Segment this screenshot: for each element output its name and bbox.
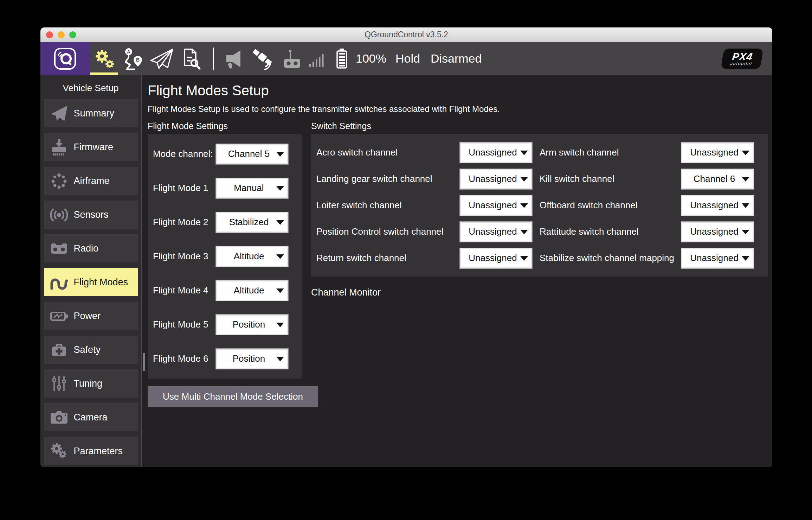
switch-channel-dropdown-right[interactable]: Unassigned: [681, 221, 754, 242]
chevron-down-icon: [742, 230, 749, 234]
svg-text:A: A: [127, 49, 130, 55]
px4-logo-text: PX4: [732, 51, 753, 62]
sidebar-item-label: Safety: [74, 344, 101, 355]
row-label: Flight Mode 4: [148, 285, 215, 296]
switch-channel-dropdown-right[interactable]: Unassigned: [681, 142, 754, 163]
px4-logo-subtext: autopilot: [730, 61, 753, 66]
switch-row-label-left: Return switch channel: [316, 253, 459, 264]
sidebar-item-firmware[interactable]: Firmware: [44, 133, 138, 161]
chevron-down-icon: [276, 152, 284, 157]
switch-channel-dropdown-right[interactable]: Channel 6: [681, 169, 754, 190]
channel-monitor-heading: Channel Monitor: [311, 287, 768, 298]
page-title: Flight Modes Setup: [148, 83, 772, 99]
chevron-down-icon: [520, 203, 528, 208]
use-multi-channel-mode-selection-button[interactable]: Use Multi Channel Mode Selection: [148, 386, 318, 407]
sidebar-item-power[interactable]: Power: [44, 302, 138, 330]
sidebar-item-label: Camera: [74, 412, 108, 423]
camera-icon: [49, 407, 69, 427]
switch-channel-dropdown-left[interactable]: Unassigned: [459, 142, 533, 163]
sidebar-item-tuning[interactable]: Tuning: [44, 369, 138, 398]
flight-mode-dropdown[interactable]: Altitude: [215, 246, 289, 267]
battery-percent[interactable]: 100%: [356, 52, 386, 65]
row-label: Flight Mode 6: [148, 353, 215, 364]
battery-bolt-icon: [49, 306, 69, 326]
active-tab-indicator: [90, 72, 118, 75]
row-label: Flight Mode 1: [148, 183, 215, 194]
first-aid-kit-icon: [49, 340, 69, 360]
switch-channel-dropdown-left[interactable]: Unassigned: [459, 169, 533, 190]
switch-row-label-left: Loiter switch channel: [316, 200, 459, 211]
sidebar-item-sensors[interactable]: Sensors: [44, 201, 138, 229]
sidebar-item-label: Parameters: [74, 446, 123, 457]
chevron-down-icon: [520, 256, 528, 261]
paper-plane-outline-icon: [149, 48, 174, 70]
flight-mode-row: Flight Mode 5 Position: [148, 307, 302, 342]
signal-waves-icon: [49, 205, 69, 224]
chevron-down-icon: [276, 254, 284, 259]
switch-settings-panel: Acro switch channel Unassigned Arm switc…: [311, 134, 768, 277]
sidebar-item-summary[interactable]: Summary: [44, 99, 138, 127]
tab-fly[interactable]: [147, 42, 176, 75]
switch-row-label-left: Acro switch channel: [316, 147, 459, 158]
sidebar-item-airframe[interactable]: Airframe: [44, 167, 138, 195]
minimize-button[interactable]: [58, 31, 65, 38]
chevron-down-icon: [742, 151, 749, 155]
sidebar-item-label: Sensors: [74, 209, 109, 220]
zoom-button[interactable]: [69, 31, 76, 38]
switch-channel-dropdown-left[interactable]: Unassigned: [459, 221, 533, 242]
qgc-logo-button[interactable]: [40, 42, 90, 75]
sidebar-item-camera[interactable]: Camera: [44, 403, 138, 431]
sidebar-item-safety[interactable]: Safety: [44, 336, 138, 364]
flight-mode-dropdown[interactable]: Stabilized: [215, 212, 289, 233]
rc-transmitter-icon: [49, 239, 69, 258]
flight-mode-text[interactable]: Hold: [395, 52, 420, 65]
flight-mode-settings-heading: Flight Mode Settings: [148, 121, 302, 132]
flight-mode-dropdown[interactable]: Position: [215, 314, 289, 335]
sidebar-item-flight-modes[interactable]: Flight Modes: [44, 268, 138, 296]
flight-mode-dropdown[interactable]: Channel 5: [215, 144, 289, 165]
toolbar-divider: [213, 47, 214, 70]
main-toolbar: A B: [40, 42, 772, 75]
paper-plane-icon: [49, 103, 69, 123]
flight-mode-row: Flight Mode 1 Manual: [148, 171, 302, 205]
switch-channel-dropdown-left[interactable]: Unassigned: [459, 248, 533, 269]
gears-icon: [92, 47, 116, 70]
armed-state-text[interactable]: Disarmed: [431, 52, 482, 65]
traffic-lights: [46, 27, 76, 42]
rc-rssi-indicator[interactable]: [281, 47, 325, 70]
sidebar-item-parameters[interactable]: Parameters: [44, 437, 138, 465]
flight-mode-settings-panel: Mode channel: Channel 5 Flight Mode 1 Ma…: [148, 134, 302, 379]
chevron-down-icon: [742, 256, 749, 261]
megaphone-icon: [223, 47, 243, 70]
log-document-icon: [180, 47, 201, 70]
gps-indicator[interactable]: [251, 47, 273, 70]
tab-vehicle-setup[interactable]: [90, 42, 118, 75]
flight-mode-dropdown[interactable]: Position: [215, 348, 289, 369]
sliders-icon: [49, 374, 69, 393]
tab-plan[interactable]: A B: [118, 42, 147, 75]
flight-mode-dropdown[interactable]: Manual: [215, 178, 289, 199]
sidebar-header: Vehicle Setup: [40, 83, 141, 94]
switch-row-label-left: Landing gear switch channel: [316, 173, 459, 184]
chevron-down-icon: [742, 203, 749, 208]
title-bar: QGroundControl v3.5.2: [40, 27, 772, 42]
chevron-down-icon: [276, 357, 284, 361]
chevron-down-icon: [276, 186, 284, 191]
switch-channel-dropdown-right[interactable]: Unassigned: [681, 195, 754, 216]
switch-row-label-left: Position Control switch channel: [316, 226, 459, 237]
row-label: Flight Mode 2: [148, 217, 215, 228]
sidebar-item-radio[interactable]: Radio: [44, 234, 138, 262]
battery-indicator[interactable]: [333, 47, 351, 70]
switch-channel-dropdown-right[interactable]: Unassigned: [681, 248, 754, 269]
tab-analyze[interactable]: [176, 42, 205, 75]
close-button[interactable]: [46, 31, 53, 38]
switch-row-label-right: Kill switch channel: [540, 173, 681, 184]
messages-indicator[interactable]: [223, 47, 243, 70]
sidebar-item-label: Flight Modes: [74, 277, 128, 288]
sidebar-item-label: Summary: [74, 108, 115, 119]
flight-mode-dropdown[interactable]: Altitude: [215, 280, 289, 301]
switch-channel-dropdown-left[interactable]: Unassigned: [459, 195, 533, 216]
chevron-down-icon: [520, 177, 528, 182]
flight-mode-row: Flight Mode 4 Altitude: [148, 273, 302, 307]
chevron-down-icon: [520, 230, 528, 234]
